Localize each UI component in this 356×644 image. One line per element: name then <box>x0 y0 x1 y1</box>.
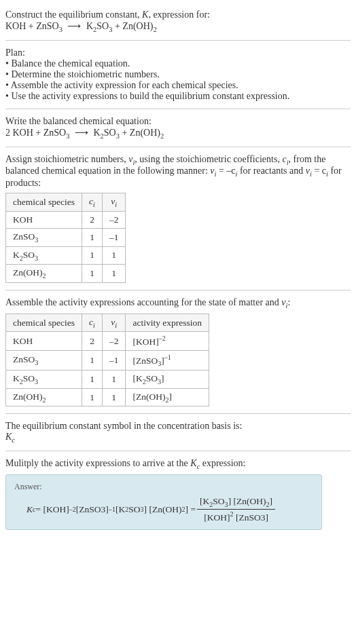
activity-title: Assemble the activity expressions accoun… <box>5 297 351 309</box>
text: SO <box>128 504 140 515</box>
arrow-icon: ⟶ <box>72 128 91 138</box>
sup: –2 <box>159 335 166 342</box>
text: Assemble the activity expressions accoun… <box>5 297 281 307</box>
eq-lhs: KOH + ZnSO <box>5 21 59 31</box>
plan-bullet: • Assemble the activity expression for e… <box>5 80 351 91</box>
table-row: ZnSO3 1 –1 [ZnSO3]–1 <box>6 350 209 370</box>
balanced-section: Write the balanced chemical equation: 2 … <box>5 112 351 144</box>
text: K <box>13 250 20 260</box>
k-symbol: K <box>26 504 33 515</box>
answer-equation: Kc = [KOH]–2 [ZnSO3]–1 [K2SO3] [Zn(OH)2]… <box>14 496 313 523</box>
cell-c: 1 <box>82 350 103 370</box>
intro-text: Construct the equilibrium constant, <box>5 10 142 20</box>
text: [K <box>132 373 142 383</box>
cell-activity: [K2SO3] <box>126 371 209 389</box>
header-text: νi <box>111 317 117 327</box>
eq-rhs: + Zn(OH) <box>112 21 153 31</box>
text: [Zn(OH) <box>132 392 165 402</box>
text: Zn(OH) <box>13 267 43 278</box>
cell-species: K2SO3 <box>6 246 82 265</box>
cell-v: 1 <box>102 246 126 265</box>
stoich-text: Assign stoichiometric numbers, νi, using… <box>5 154 351 189</box>
text: Assign stoichiometric numbers, <box>5 154 128 164</box>
k-symbol: K <box>142 10 148 20</box>
table-header: chemical species <box>6 314 82 332</box>
header-text: activity expression <box>132 318 202 328</box>
cell-species: KOH <box>6 332 82 351</box>
text: for reactants and <box>237 166 305 176</box>
divider <box>5 413 351 414</box>
intro-text-2: , expression for: <box>148 10 210 20</box>
cell-c: 1 <box>82 371 103 389</box>
eq-rhs: SO <box>96 21 109 31</box>
plan-bullet: • Use the activity expressions to build … <box>5 91 351 102</box>
text: Zn(OH) <box>13 392 43 402</box>
text: ] <box>270 496 273 506</box>
cell-species: K2SO3 <box>6 371 82 389</box>
text: ] [Zn(OH) <box>144 504 182 515</box>
text: KOH <box>13 336 33 346</box>
sub: 3 <box>35 378 38 385</box>
answer-label: Answer: <box>14 482 313 492</box>
cell-v: –1 <box>102 228 126 246</box>
text: = –c <box>216 166 235 176</box>
cell-species: KOH <box>6 211 82 228</box>
stoich-table: chemical species ci νi KOH 2 –2 ZnSO3 1 … <box>5 193 126 283</box>
header-text: chemical species <box>13 318 75 328</box>
header-text: ci <box>89 196 95 206</box>
table-row: KOH 2 –2 [KOH]–2 <box>6 332 209 351</box>
table-header: νi <box>102 193 126 212</box>
text: SO <box>213 496 224 506</box>
divider <box>5 451 351 451</box>
cell-species: ZnSO3 <box>6 350 82 370</box>
text: ] <box>168 392 172 402</box>
divider <box>5 147 351 147</box>
balanced-equation: 2 KOH + ZnSO3 ⟶ K2SO3 + Zn(OH)2 <box>5 127 351 140</box>
answer-box: Answer: Kc = [KOH]–2 [ZnSO3]–1 [K2SO3] [… <box>5 474 322 530</box>
table-row: KOH 2 –2 <box>6 211 126 228</box>
table-header: activity expression <box>126 314 209 332</box>
cell-v: –2 <box>102 332 126 351</box>
sup: –1 <box>109 506 115 513</box>
stoich-section: Assign stoichiometric numbers, νi, using… <box>5 150 351 287</box>
cell-species: Zn(OH)2 <box>6 265 82 283</box>
divider <box>5 109 351 109</box>
table-row: Zn(OH)2 1 1 [Zn(OH)2] <box>6 388 209 406</box>
activity-table: chemical species ci νi activity expressi… <box>5 314 209 407</box>
cell-activity: [ZnSO3]–1 <box>126 350 209 370</box>
header-text: ci <box>89 317 95 327</box>
cell-activity: [KOH]–2 <box>126 332 209 351</box>
eq-rhs: SO <box>104 128 116 138</box>
cell-v: 1 <box>102 265 126 283</box>
table-row: Zn(OH)2 1 1 <box>6 265 126 283</box>
activity-section: Assemble the activity expressions accoun… <box>5 293 351 411</box>
sub: 3 <box>66 132 69 140</box>
cell-c: 1 <box>82 265 103 283</box>
k-symbol: K <box>5 432 12 442</box>
text: : <box>287 297 290 307</box>
sup: –2 <box>69 506 76 513</box>
fraction: [K2SO3] [Zn(OH)2] [KOH]2 [ZnSO3] <box>197 496 275 523</box>
intro-line: Construct the equilibrium constant, K, e… <box>5 10 351 20</box>
sub: 2 <box>160 132 164 140</box>
text: Mulitply the activity expressions to arr… <box>5 458 190 468</box>
text: [K <box>200 496 209 506</box>
k-symbol: K <box>190 458 196 468</box>
cell-v: 1 <box>102 388 126 406</box>
text: ZnSO <box>13 354 35 364</box>
eq-rhs: + Zn(OH) <box>120 128 160 138</box>
sub: 2 <box>43 396 46 403</box>
multiply-text: Mulitply the activity expressions to arr… <box>5 458 351 470</box>
table-row: K2SO3 1 1 <box>6 246 126 265</box>
text: [ZnSO3] <box>234 512 268 522</box>
sub: 3 <box>59 26 63 33</box>
table-row: K2SO3 1 1 [K2SO3] <box>6 371 209 389</box>
balanced-title: Write the balanced chemical equation: <box>5 116 351 127</box>
arrow-icon: ⟶ <box>65 21 84 31</box>
cell-c: 2 <box>82 211 103 228</box>
multiply-section: Mulitply the activity expressions to arr… <box>5 454 351 534</box>
text: ] = <box>185 504 196 515</box>
cell-species: Zn(OH)2 <box>6 388 82 406</box>
eq-lhs: 2 KOH + ZnSO <box>5 128 66 138</box>
cell-v: 1 <box>102 371 126 389</box>
